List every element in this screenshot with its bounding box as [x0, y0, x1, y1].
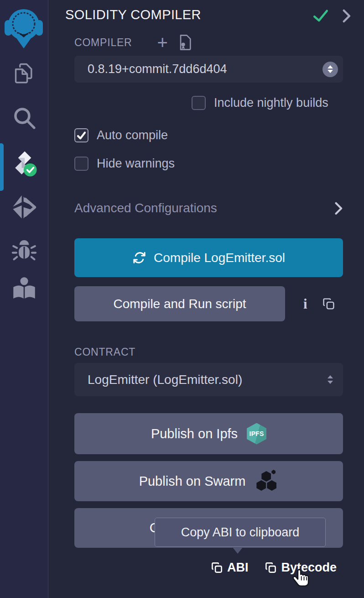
publish-swarm-button[interactable]: Publish on Swarm	[74, 461, 343, 501]
sidebar-item-deploy-and-run[interactable]	[0, 194, 48, 221]
open-compiler-config-file-icon[interactable]	[177, 34, 192, 51]
advanced-configurations-label: Advanced Configurations	[74, 201, 217, 215]
version-select-arrows-icon	[322, 62, 338, 77]
advanced-configurations-toggle[interactable]: Advanced Configurations	[74, 201, 343, 215]
compile-button-label: Compile LogEmitter.sol	[154, 251, 285, 265]
contract-select-arrows-icon	[328, 375, 333, 384]
contract-section-label: CONTRACT	[74, 346, 135, 358]
copy-abi-tooltip: Copy ABI to clipboard	[155, 518, 326, 547]
compile-success-check-icon	[313, 9, 328, 23]
tooltip-caret	[232, 547, 243, 554]
contract-select[interactable]: LogEmitter (LogEmitter.sol)	[74, 363, 343, 396]
sidebar-item-search[interactable]	[0, 104, 48, 131]
icon-sidebar	[0, 0, 48, 598]
remix-logo[interactable]	[4, 3, 44, 50]
copy-bytecode-button[interactable]: Bytecode	[265, 561, 337, 575]
compile-button[interactable]: Compile LogEmitter.sol	[74, 238, 343, 277]
copy-icon	[211, 561, 223, 574]
add-custom-compiler-icon[interactable]: +	[157, 36, 168, 49]
include-nightly-label: Include nightly builds	[214, 96, 328, 110]
hide-warnings-checkbox-row[interactable]: Hide warnings	[74, 157, 175, 171]
remix-solidity-compiler-panel: SOLIDITY COMPILER COMPILER +	[0, 0, 364, 598]
auto-compile-checkbox-row[interactable]: Auto compile	[74, 128, 168, 142]
copy-abi-button[interactable]: ABI	[211, 561, 249, 575]
sidebar-item-documentation[interactable]	[0, 276, 48, 302]
compiler-section-label: COMPILER	[74, 37, 132, 49]
publish-swarm-label: Publish on Swarm	[139, 474, 246, 489]
solidity-compiler-panel: SOLIDITY COMPILER COMPILER +	[49, 0, 364, 598]
publish-ipfs-label: Publish on Ipfs	[151, 426, 238, 441]
copy-icon	[265, 561, 277, 574]
refresh-icon	[132, 251, 146, 265]
compile-and-run-button[interactable]: Compile and Run script	[74, 286, 285, 321]
contract-select-value: LogEmitter (LogEmitter.sol)	[88, 372, 242, 387]
bytecode-label: Bytecode	[281, 561, 337, 575]
chevron-right-icon	[335, 201, 343, 215]
auto-compile-label: Auto compile	[97, 128, 168, 142]
ipfs-logo-icon: IPFS	[247, 423, 266, 445]
auto-compile-checkbox[interactable]	[74, 128, 88, 142]
abi-label: ABI	[227, 561, 249, 575]
include-nightly-checkbox[interactable]	[192, 96, 206, 110]
include-nightly-checkbox-row[interactable]: Include nightly builds	[192, 96, 328, 110]
compile-and-run-label: Compile and Run script	[113, 297, 246, 311]
copy-script-icon[interactable]	[322, 297, 335, 310]
sidebar-item-solidity-compiler[interactable]	[0, 149, 48, 179]
compiler-version-select[interactable]: 0.8.19+commit.7dd6d404	[74, 56, 343, 83]
compiler-version-value: 0.8.19+commit.7dd6d404	[88, 62, 227, 76]
copy-artifacts-row: ABI Bytecode	[211, 561, 337, 575]
page-title: SOLIDITY COMPILER	[65, 7, 201, 22]
sidebar-item-debugger[interactable]	[0, 236, 48, 263]
info-icon[interactable]: i	[303, 296, 307, 312]
hide-warnings-label: Hide warnings	[97, 157, 175, 171]
publish-ipfs-button[interactable]: Publish on Ipfs IPFS	[74, 413, 343, 454]
hide-warnings-checkbox[interactable]	[74, 157, 88, 171]
swarm-logo-icon	[255, 471, 278, 492]
collapse-panel-chevron-icon[interactable]	[343, 9, 351, 23]
checkmark-icon	[77, 131, 86, 140]
sidebar-item-file-explorer[interactable]	[0, 60, 48, 87]
